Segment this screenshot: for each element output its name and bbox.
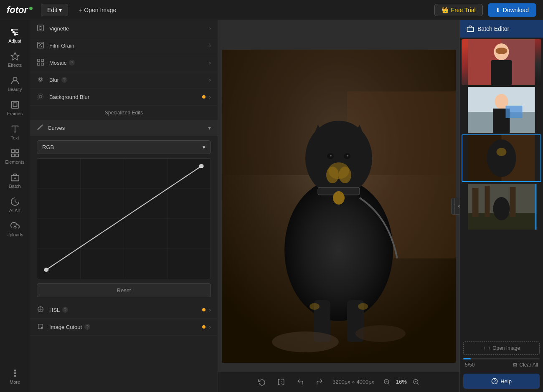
curves-label: Curves (48, 125, 208, 131)
batch-image-1[interactable] (462, 39, 541, 85)
image-cutout-arrow-icon: › (209, 324, 211, 330)
redo-button[interactable] (313, 376, 326, 388)
film-grain-item[interactable]: Film Grain › (30, 37, 218, 54)
svg-line-75 (388, 383, 389, 384)
sidebar-item-batch[interactable]: Batch (0, 169, 30, 193)
sidebar-item-ai-art[interactable]: AI Art (0, 193, 30, 217)
zoom-out-icon (383, 379, 390, 385)
background-blur-dot (202, 95, 206, 99)
free-trial-button[interactable]: 👑 Free Trial (434, 4, 483, 16)
hsl-item[interactable]: HSL ? › (30, 301, 218, 319)
batch-image-4[interactable] (462, 184, 541, 230)
zoom-in-button[interactable] (410, 376, 422, 388)
mosaic-arrow-icon: › (209, 59, 211, 66)
svg-point-97 (497, 148, 507, 156)
open-image-label: + Open Image (79, 7, 116, 13)
svg-point-27 (40, 44, 41, 45)
flip-button[interactable] (275, 376, 287, 388)
panel-collapse-button[interactable] (454, 198, 459, 215)
clear-all-label: Clear All (519, 362, 538, 368)
blur-item[interactable]: Blur ? › (30, 71, 218, 89)
batch-editor-icon (467, 25, 474, 33)
sidebar-label-adjust: Adjust (8, 38, 21, 43)
background-blur-item[interactable]: Background Blur › (30, 89, 218, 106)
blur-arrow-icon: › (209, 76, 211, 83)
zoom-level-label: 16% (396, 379, 407, 385)
topbar: fotor Edit ▾ + Open Image 👑 Free Trial ⬇… (0, 0, 543, 20)
image-cutout-label: Image Cutout ? (49, 324, 202, 330)
main-layout: Adjust Effects Beauty Frames Text (0, 20, 543, 392)
svg-point-29 (39, 46, 40, 46)
svg-rect-102 (485, 186, 490, 217)
svg-point-28 (42, 43, 43, 44)
sidebar-label-frames: Frames (7, 111, 23, 116)
open-image-button[interactable]: + Open Image (73, 4, 122, 16)
svg-marker-6 (11, 53, 18, 60)
batch-image-3[interactable] (462, 134, 541, 182)
right-panel-open-image-button[interactable]: + + Open Image (463, 341, 540, 355)
hsl-label: HSL ? (49, 307, 202, 313)
svg-rect-101 (472, 188, 479, 217)
trash-icon (513, 362, 518, 367)
flip-icon (277, 378, 285, 386)
sidebar-item-text[interactable]: Text (0, 120, 30, 144)
icon-sidebar: Adjust Effects Beauty Frames Text (0, 20, 30, 392)
rotate-button[interactable] (256, 376, 268, 388)
svg-point-39 (40, 96, 41, 97)
vignette-item[interactable]: Vignette › (30, 20, 218, 37)
svg-rect-103 (510, 187, 516, 217)
svg-rect-92 (506, 106, 523, 118)
curves-graph[interactable] (37, 158, 211, 279)
zoom-out-button[interactable] (381, 376, 393, 388)
curves-reset-button[interactable]: Reset (37, 283, 211, 297)
ai-art-icon (10, 197, 20, 206)
sidebar-label-ai-art: AI Art (9, 208, 20, 213)
image-cutout-item[interactable]: Image Cutout ? › (30, 319, 218, 336)
film-grain-arrow-icon: › (209, 42, 211, 49)
sidebar-item-elements[interactable]: Elements (0, 144, 30, 169)
download-label: Download (503, 7, 529, 13)
sidebar-item-frames[interactable]: Frames (0, 96, 30, 120)
svg-point-69 (272, 331, 339, 352)
svg-rect-9 (13, 103, 17, 106)
edit-button[interactable]: Edit ▾ (41, 4, 68, 16)
curves-icon (37, 124, 44, 132)
download-button[interactable]: ⬇ Download (488, 3, 536, 17)
svg-point-26 (39, 43, 40, 44)
sidebar-label-beauty: Beauty (8, 87, 22, 92)
mosaic-item[interactable]: Mosaic ? › (30, 54, 218, 71)
batch-img-4-preview (462, 184, 541, 230)
mosaic-label: Mosaic ? (49, 60, 209, 66)
canvas-area: 3200px × 4000px 16% (218, 20, 459, 392)
curves-header[interactable]: Curves ▾ (30, 120, 218, 136)
svg-point-3 (11, 29, 13, 31)
frames-icon (10, 100, 20, 109)
batch-img-3-preview (462, 135, 540, 181)
left-panel: Vignette › Film Grain › (30, 20, 218, 392)
rgb-channel-dropdown[interactable]: RGB ▾ (37, 140, 211, 154)
sidebar-label-uploads: Uploads (6, 232, 23, 237)
background-blur-label: Background Blur (49, 94, 202, 100)
undo-button[interactable] (294, 376, 307, 388)
clear-all-button[interactable]: Clear All (513, 362, 538, 368)
right-panel: Batch Editor (459, 20, 543, 392)
chevron-down-icon: ▾ (59, 7, 62, 13)
sidebar-label-batch: Batch (9, 184, 20, 189)
svg-point-66 (347, 155, 348, 157)
sidebar-item-effects[interactable]: Effects (0, 48, 30, 72)
batch-editor-title: Batch Editor (477, 25, 509, 32)
svg-rect-23 (38, 25, 43, 31)
blur-help-icon: ? (61, 77, 67, 83)
sidebar-item-uploads[interactable]: Uploads (0, 217, 30, 241)
batch-editor-header: Batch Editor (460, 20, 543, 38)
svg-point-71 (310, 303, 320, 310)
sidebar-item-adjust[interactable]: Adjust (0, 23, 30, 48)
sidebar-item-beauty[interactable]: Beauty (0, 72, 30, 96)
hsl-icon (37, 306, 45, 314)
help-button[interactable]: Help (463, 374, 540, 389)
beauty-icon (10, 76, 20, 85)
svg-point-61 (333, 191, 345, 205)
svg-point-104 (493, 197, 510, 220)
sidebar-item-more[interactable]: More (0, 364, 30, 389)
batch-image-2[interactable] (462, 87, 541, 133)
